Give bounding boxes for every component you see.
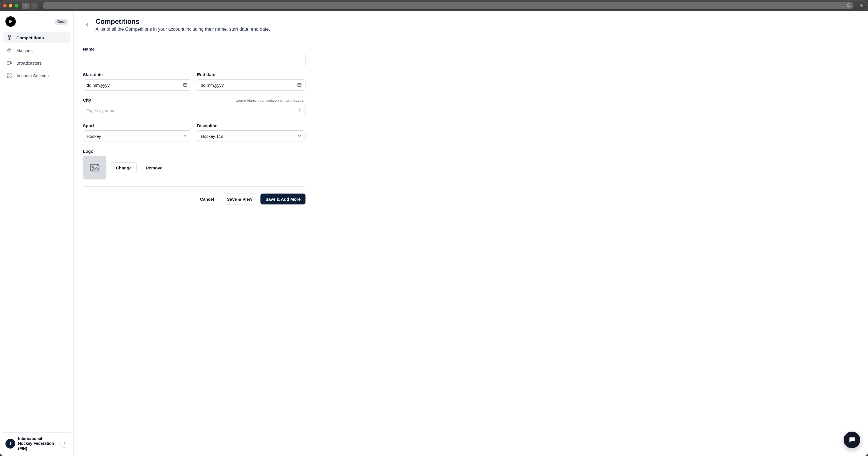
change-logo-button[interactable]: Change (111, 162, 136, 173)
account-card: I International Hockey Federation (FIH) (3, 432, 70, 453)
app-window: + Beta Competitions (0, 0, 868, 456)
field-end-date: End date dd.mm.yyyy (197, 72, 306, 91)
window-controls (3, 4, 18, 7)
account-name: International Hockey Federation (FIH) (18, 436, 57, 451)
svg-marker-0 (7, 48, 12, 53)
field-start-date: Start date dd.mm.yyyy (83, 72, 191, 91)
avatar: I (5, 439, 15, 449)
chevron-down-icon (297, 134, 302, 139)
save-view-button[interactable]: Save & View (222, 194, 257, 204)
sport-label: Sport (83, 123, 94, 128)
browser-nav (22, 3, 38, 9)
svg-point-4 (64, 442, 65, 443)
sidebar-item-account-settings[interactable]: Account Settings (3, 70, 70, 81)
svg-rect-1 (7, 61, 10, 64)
svg-point-6 (64, 445, 65, 445)
reload-icon[interactable] (846, 3, 850, 8)
end-date-input[interactable]: dd.mm.yyyy (197, 79, 306, 91)
start-date-input[interactable]: dd.mm.yyyy (83, 79, 191, 91)
sidebar-item-label: Account Settings (17, 73, 49, 78)
chat-fab[interactable] (844, 432, 860, 448)
city-label: City (83, 97, 91, 103)
page-header: Competitions A list of all the Competiti… (74, 11, 868, 37)
app-logo (5, 17, 16, 27)
sidebar-item-competitions[interactable]: Competitions (3, 32, 70, 44)
sport-select[interactable]: Hockey (83, 131, 191, 142)
sidebar-item-label: Matches (17, 48, 33, 53)
calendar-icon (183, 82, 188, 88)
name-input[interactable] (83, 54, 306, 65)
window-minimize[interactable] (9, 4, 12, 7)
window-close[interactable] (3, 4, 7, 7)
city-hint: Leave blank if competition is multi-loca… (236, 98, 306, 103)
address-bar[interactable] (43, 2, 853, 9)
save-add-more-button[interactable]: Save & Add More (260, 194, 306, 204)
page-title: Competitions (95, 18, 270, 26)
sidebar-nav: Competitions Matches Broadcasters (3, 32, 70, 81)
discipline-select[interactable]: Hockey 11s (197, 131, 306, 142)
svg-rect-7 (184, 83, 187, 86)
sport-value: Hockey (87, 134, 101, 139)
start-date-placeholder: dd.mm.yyyy (87, 83, 110, 88)
city-combobox[interactable]: Type city name (83, 105, 306, 116)
chevron-down-icon (183, 134, 188, 139)
titlebar: + (0, 0, 868, 11)
svg-point-3 (9, 75, 10, 76)
field-discipline: Discipline Hockey 11s (197, 123, 306, 142)
sidebar-item-broadcasters[interactable]: Broadcasters (3, 57, 70, 68)
logo-label: Logo (83, 149, 94, 153)
back-button[interactable] (83, 20, 91, 28)
app-body: Beta Competitions Matches (0, 11, 868, 456)
brand-row: Beta (3, 17, 70, 32)
account-menu-button[interactable] (60, 439, 68, 448)
bolt-icon (7, 47, 12, 53)
remove-logo-button[interactable]: Remove (141, 162, 167, 173)
sidebar-item-label: Competitions (17, 35, 44, 40)
browser-forward-button[interactable] (31, 3, 38, 9)
svg-point-5 (64, 444, 65, 444)
chevron-updown-icon (298, 108, 302, 113)
form-actions: Cancel Save & View Save & Add More (83, 194, 306, 204)
field-logo: Logo Change Remove (83, 149, 306, 179)
city-placeholder: Type city name (87, 108, 116, 113)
discipline-label: Discipline (197, 123, 217, 128)
name-label: Name (83, 47, 95, 51)
window-maximize[interactable] (14, 4, 18, 7)
start-date-label: Start date (83, 72, 103, 77)
end-date-placeholder: dd.mm.yyyy (201, 83, 224, 88)
cancel-button[interactable]: Cancel (195, 194, 219, 204)
main: Competitions A list of all the Competiti… (74, 11, 868, 456)
video-icon (7, 60, 12, 66)
sidebar-item-matches[interactable]: Matches (3, 45, 70, 56)
svg-rect-11 (298, 83, 301, 86)
new-tab-button[interactable]: + (858, 2, 865, 9)
sidebar: Beta Competitions Matches (0, 11, 74, 456)
page-subtitle: A list of all the Competitions in your a… (95, 27, 270, 32)
field-name: Name (83, 47, 306, 65)
sidebar-item-label: Broadcasters (17, 61, 41, 65)
field-sport: Sport Hockey (83, 123, 191, 142)
field-city: City Leave blank if competition is multi… (83, 97, 306, 116)
calendar-icon (297, 82, 302, 88)
competition-form: Name Start date dd.mm.yyyy (74, 37, 315, 213)
discipline-value: Hockey 11s (201, 134, 223, 139)
end-date-label: End date (197, 72, 215, 77)
trophy-icon (7, 35, 12, 40)
logo-dropzone[interactable] (83, 156, 106, 179)
browser-back-button[interactable] (22, 3, 30, 9)
beta-badge: Beta (55, 19, 68, 25)
gear-icon (7, 73, 12, 78)
svg-point-16 (92, 166, 94, 167)
